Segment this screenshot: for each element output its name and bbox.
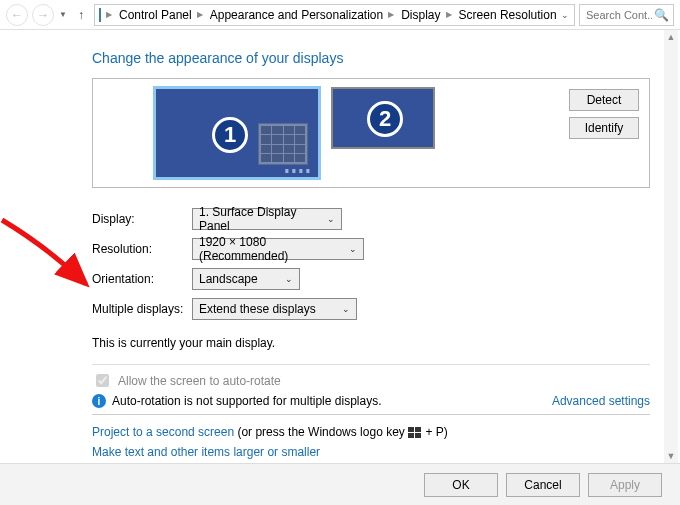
- breadcrumb-appearance[interactable]: Appearance and Personalization: [208, 6, 385, 24]
- monitor-1[interactable]: 1 ∎∎∎∎: [153, 86, 321, 180]
- display-select[interactable]: 1. Surface Display Panel ⌄: [192, 208, 342, 230]
- resolution-label: Resolution:: [92, 242, 192, 256]
- orientation-label: Orientation:: [92, 272, 192, 286]
- search-icon: 🔍: [654, 8, 669, 22]
- apply-button[interactable]: Apply: [588, 473, 662, 497]
- autorotate-label: Allow the screen to auto-rotate: [118, 374, 281, 388]
- breadcrumb-control-panel[interactable]: Control Panel: [117, 6, 194, 24]
- monitor-1-number: 1: [212, 117, 248, 153]
- chevron-down-icon: ⌄: [342, 304, 350, 314]
- settings-form: Display: 1. Surface Display Panel ⌄ Reso…: [92, 204, 650, 324]
- keypad-icon: [258, 123, 308, 165]
- scroll-down-icon[interactable]: ▼: [664, 449, 678, 463]
- cancel-button[interactable]: Cancel: [506, 473, 580, 497]
- resize-dots-icon: ∎∎∎∎: [284, 165, 312, 175]
- scrollbar[interactable]: ▲ ▼: [664, 30, 678, 463]
- navbar: ← → ▼ ↑ ▶ Control Panel▶ Appearance and …: [0, 0, 680, 30]
- monitor-2[interactable]: 2: [331, 87, 435, 149]
- resolution-select[interactable]: 1920 × 1080 (Recommended) ⌄: [192, 238, 364, 260]
- control-panel-icon: [99, 8, 101, 22]
- address-bar[interactable]: ▶ Control Panel▶ Appearance and Personal…: [94, 4, 575, 26]
- multiple-displays-label: Multiple displays:: [92, 302, 192, 316]
- content: Change the appearance of your displays 1…: [92, 50, 650, 485]
- project-second-screen-link[interactable]: Project to a second screen: [92, 425, 234, 439]
- forward-button[interactable]: →: [32, 4, 54, 26]
- chevron-right-icon: ▶: [194, 10, 206, 19]
- breadcrumb-display[interactable]: Display: [399, 6, 442, 24]
- scroll-up-icon[interactable]: ▲: [664, 30, 678, 44]
- autorotate-checkbox: [96, 374, 109, 387]
- project-hint-post: + P): [422, 425, 448, 439]
- breadcrumb-screen-resolution[interactable]: Screen Resolution: [457, 6, 559, 24]
- multiple-displays-value: Extend these displays: [199, 302, 316, 316]
- divider: [92, 414, 650, 415]
- back-button[interactable]: ←: [6, 4, 28, 26]
- autorotate-row: Allow the screen to auto-rotate: [92, 371, 650, 390]
- search-input[interactable]: [584, 8, 654, 22]
- display-label: Display:: [92, 212, 192, 226]
- ok-button[interactable]: OK: [424, 473, 498, 497]
- main-display-text: This is currently your main display.: [92, 336, 650, 350]
- chevron-down-icon: ⌄: [327, 214, 335, 224]
- orientation-select[interactable]: Landscape ⌄: [192, 268, 300, 290]
- orientation-value: Landscape: [199, 272, 258, 286]
- detect-button[interactable]: Detect: [569, 89, 639, 111]
- chevron-right-icon: ▶: [443, 10, 455, 19]
- up-button[interactable]: ↑: [72, 4, 90, 26]
- multiple-displays-select[interactable]: Extend these displays ⌄: [192, 298, 357, 320]
- info-icon: i: [92, 394, 106, 408]
- chevron-down-icon: ⌄: [349, 244, 357, 254]
- monitor-2-number: 2: [367, 101, 403, 137]
- windows-key-icon: [408, 427, 422, 439]
- text-size-link[interactable]: Make text and other items larger or smal…: [92, 445, 320, 459]
- search-box[interactable]: 🔍: [579, 4, 674, 26]
- advanced-settings-link[interactable]: Advanced settings: [552, 394, 650, 408]
- identify-button[interactable]: Identify: [569, 117, 639, 139]
- chevron-right-icon: ▶: [385, 10, 397, 19]
- divider: [92, 364, 650, 365]
- chevron-down-icon[interactable]: ⌄: [561, 10, 569, 20]
- annotation-arrow: [0, 212, 102, 302]
- display-value: 1. Surface Display Panel: [199, 205, 327, 233]
- footer: OK Cancel Apply: [0, 463, 680, 505]
- autorotate-info: Auto-rotation is not supported for multi…: [112, 394, 381, 408]
- project-hint-pre: (or press the Windows logo key: [234, 425, 408, 439]
- chevron-right-icon: ▶: [103, 10, 115, 19]
- resolution-value: 1920 × 1080 (Recommended): [199, 235, 349, 263]
- display-preview: 1 ∎∎∎∎ 2 Detect Identify: [92, 78, 650, 188]
- history-dropdown[interactable]: ▼: [58, 10, 68, 19]
- page-title: Change the appearance of your displays: [92, 50, 650, 66]
- chevron-down-icon: ⌄: [285, 274, 293, 284]
